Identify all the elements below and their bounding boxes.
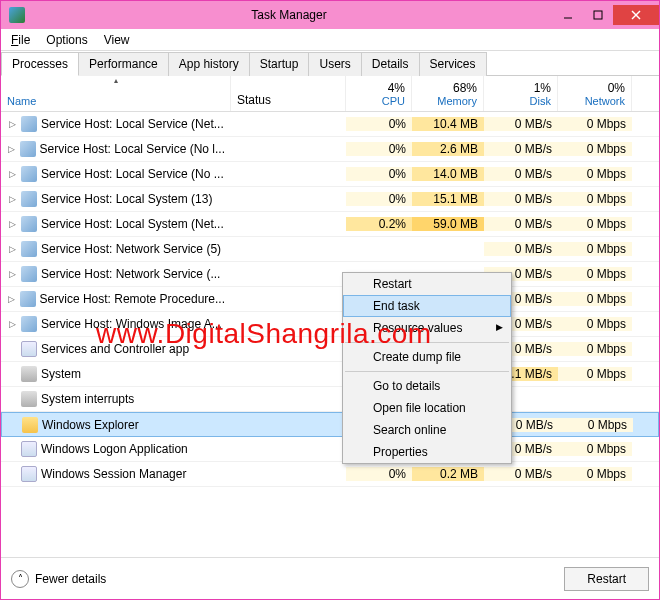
process-name: Windows Explorer [42, 418, 139, 432]
menu-item-create-dump-file[interactable]: Create dump file [343, 346, 511, 368]
table-row[interactable]: ▷Service Host: Local Service (Net...0%10… [1, 112, 659, 137]
table-row[interactable]: Windows Logon Application0%0.6 MB0 MB/s0… [1, 437, 659, 462]
cell-name: ▷Service Host: Remote Procedure... [1, 291, 231, 307]
cell-memory: 10.4 MB [412, 117, 484, 131]
table-row[interactable]: ▷Service Host: Windows Image A...0 MB/s0… [1, 312, 659, 337]
process-name: Service Host: Network Service (5) [41, 242, 221, 256]
expand-icon[interactable]: ▷ [7, 144, 16, 154]
menu-item-properties[interactable]: Properties [343, 441, 511, 463]
expand-icon[interactable]: ▷ [7, 194, 17, 204]
table-row[interactable]: Windows Session Manager0%0.2 MB0 MB/s0 M… [1, 462, 659, 487]
col-name[interactable]: ▴ Name [1, 76, 231, 111]
tab-app-history[interactable]: App history [168, 52, 250, 76]
expand-icon[interactable]: ▷ [7, 119, 17, 129]
chevron-up-icon: ˄ [11, 570, 29, 588]
cell-name: ▷Service Host: Local System (13) [1, 191, 231, 207]
col-network[interactable]: 0%Network [558, 76, 632, 111]
close-button[interactable] [613, 5, 659, 25]
cell-name: ▷Service Host: Local Service (No l... [1, 141, 231, 157]
cell-cpu: 0% [346, 467, 412, 481]
process-name: Service Host: Local System (13) [41, 192, 212, 206]
context-menu[interactable]: RestartEnd taskResource values▶Create du… [342, 272, 512, 464]
menu-item-go-to-details[interactable]: Go to details [343, 375, 511, 397]
tab-startup[interactable]: Startup [249, 52, 310, 76]
process-name: Service Host: Local Service (No l... [40, 142, 225, 156]
table-row[interactable]: ▷Service Host: Local Service (No l...0%2… [1, 137, 659, 162]
process-icon [21, 316, 37, 332]
sort-caret-icon: ▴ [114, 76, 118, 85]
expand-icon[interactable]: ▷ [7, 269, 17, 279]
cell-network: 0 Mbps [558, 342, 632, 356]
menu-item-search-online[interactable]: Search online [343, 419, 511, 441]
process-name: Service Host: Local Service (No ... [41, 167, 224, 181]
expand-icon[interactable]: ▷ [7, 319, 17, 329]
table-row[interactable]: ▷Service Host: Local System (Net...0.2%5… [1, 212, 659, 237]
cell-name: Windows Logon Application [1, 441, 231, 457]
process-name: Service Host: Remote Procedure... [40, 292, 225, 306]
cell-cpu: 0% [346, 192, 412, 206]
tab-processes[interactable]: Processes [1, 52, 79, 76]
expand-icon[interactable]: ▷ [7, 244, 17, 254]
menu-separator [345, 371, 509, 372]
task-manager-window: Task Manager File Options View Processes… [0, 0, 660, 600]
col-disk[interactable]: 1%Disk [484, 76, 558, 111]
table-row[interactable]: ▷Service Host: Network Service (...0 MB/… [1, 262, 659, 287]
maximize-button[interactable] [583, 5, 613, 25]
tab-performance[interactable]: Performance [78, 52, 169, 76]
cell-cpu: 0% [346, 117, 412, 131]
menu-item-restart[interactable]: Restart [343, 273, 511, 295]
table-row[interactable]: System interrupts [1, 387, 659, 412]
cell-memory: 15.1 MB [412, 192, 484, 206]
process-name: Windows Logon Application [41, 442, 188, 456]
table-row[interactable]: ▷Service Host: Network Service (5)0 MB/s… [1, 237, 659, 262]
menu-item-open-file-location[interactable]: Open file location [343, 397, 511, 419]
col-memory[interactable]: 68%Memory [412, 76, 484, 111]
tab-services[interactable]: Services [419, 52, 487, 76]
menu-options[interactable]: Options [38, 31, 95, 49]
table-body[interactable]: ▷Service Host: Local Service (Net...0%10… [1, 112, 659, 557]
cell-name: Windows Session Manager [1, 466, 231, 482]
cell-disk: 0 MB/s [484, 192, 558, 206]
cell-name: System [1, 366, 231, 382]
process-icon [21, 341, 37, 357]
menu-file[interactable]: File [3, 31, 38, 49]
col-status[interactable]: Status [231, 76, 346, 111]
col-cpu[interactable]: 4%CPU [346, 76, 412, 111]
cell-name: ▷Service Host: Windows Image A... [1, 316, 231, 332]
process-icon [21, 116, 37, 132]
minimize-button[interactable] [553, 5, 583, 25]
fewer-details-toggle[interactable]: ˄ Fewer details [11, 570, 106, 588]
tab-details[interactable]: Details [361, 52, 420, 76]
tab-users[interactable]: Users [308, 52, 361, 76]
cell-name: ▷Service Host: Local Service (No ... [1, 166, 231, 182]
cell-network: 0 Mbps [558, 367, 632, 381]
restart-button[interactable]: Restart [564, 567, 649, 591]
cell-network: 0 Mbps [558, 267, 632, 281]
table-row[interactable]: System0.1 MB/s0 Mbps [1, 362, 659, 387]
menu-view[interactable]: View [96, 31, 138, 49]
table-row[interactable]: ▷Service Host: Remote Procedure...0 MB/s… [1, 287, 659, 312]
cell-disk: 0 MB/s [484, 117, 558, 131]
process-name: Service Host: Network Service (... [41, 267, 220, 281]
process-table: ▴ Name Status 4%CPU 68%Memory 1%Disk 0%N… [1, 76, 659, 557]
table-row[interactable]: Windows Explorer0.1%27.4 MB0 MB/s0 Mbps [1, 412, 659, 437]
cell-disk: 0 MB/s [484, 242, 558, 256]
process-icon [22, 417, 38, 433]
cell-disk: 0 MB/s [484, 467, 558, 481]
cell-network: 0 Mbps [558, 217, 632, 231]
cell-memory: 0.2 MB [412, 467, 484, 481]
menubar: File Options View [1, 29, 659, 51]
expand-icon[interactable]: ▷ [7, 169, 17, 179]
expand-icon[interactable]: ▷ [7, 219, 17, 229]
titlebar[interactable]: Task Manager [1, 1, 659, 29]
cell-cpu: 0% [346, 167, 412, 181]
cell-name: System interrupts [1, 391, 231, 407]
cell-memory: 59.0 MB [412, 217, 484, 231]
table-row[interactable]: ▷Service Host: Local System (13)0%15.1 M… [1, 187, 659, 212]
cell-name: ▷Service Host: Network Service (... [1, 266, 231, 282]
table-row[interactable]: ▷Service Host: Local Service (No ...0%14… [1, 162, 659, 187]
table-row[interactable]: Services and Controller app0 MB/s0 Mbps [1, 337, 659, 362]
menu-item-resource-values[interactable]: Resource values▶ [343, 317, 511, 339]
menu-item-end-task[interactable]: End task [343, 295, 511, 317]
expand-icon[interactable]: ▷ [7, 294, 16, 304]
